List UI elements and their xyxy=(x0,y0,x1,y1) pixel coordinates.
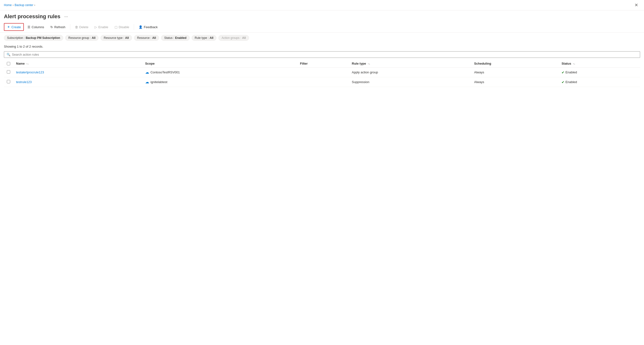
refresh-button[interactable]: ↻ Refresh xyxy=(48,24,68,30)
filter-resource-type[interactable]: Resource type : All xyxy=(100,35,132,41)
filter-resource-type-label: Resource type : xyxy=(104,36,124,40)
filter-resource-label: Resource : xyxy=(137,36,151,40)
breadcrumb-backup-center[interactable]: Backup center xyxy=(14,3,33,7)
refresh-label: Refresh xyxy=(54,25,66,29)
enable-button[interactable]: ▷ Enable xyxy=(92,24,111,30)
breadcrumb: Home › Backup center › xyxy=(4,3,35,7)
toolbar-divider-1 xyxy=(70,24,70,30)
header-scheduling-label: Scheduling xyxy=(474,62,491,65)
search-input[interactable] xyxy=(12,53,638,56)
delete-button[interactable]: 🗑 Delete xyxy=(72,24,91,30)
plus-icon: ＋ xyxy=(7,25,10,29)
row-checkbox-1[interactable] xyxy=(7,80,10,83)
scope-value-0: ContosoTestRSV001 xyxy=(150,70,180,74)
filter-rule-type[interactable]: Rule type : All xyxy=(192,35,217,41)
scheduling-value-1: Always xyxy=(471,77,559,87)
filter-value-0 xyxy=(297,67,349,77)
header-name-label: Name xyxy=(16,62,24,65)
scope-value-1: ignitelabtest xyxy=(150,80,167,84)
status-text-1: Enabled xyxy=(566,80,577,84)
table-row: testalertprocrule123☁ContosoTestRSV001Ap… xyxy=(4,67,640,77)
header-scope: Scope xyxy=(142,60,297,67)
delete-icon: 🗑 xyxy=(75,25,78,29)
columns-label: Columns xyxy=(32,25,44,29)
enable-icon: ▷ xyxy=(94,25,97,29)
header-scheduling: Scheduling xyxy=(471,60,559,67)
rule-name-link-0[interactable]: testalertprocrule123 xyxy=(16,70,44,74)
top-bar: Home › Backup center › ✕ xyxy=(0,0,644,10)
filter-subscription-label: Subscription : xyxy=(7,36,25,40)
records-count: Showing 1 to 2 of 2 records. xyxy=(4,45,43,48)
close-button[interactable]: ✕ xyxy=(632,1,640,9)
toolbar: ＋ Create ☰ Columns ↻ Refresh 🗑 Delete ▷ … xyxy=(0,22,644,32)
filter-resource[interactable]: Resource : All xyxy=(134,35,159,41)
filter-resource-group-label: Resource group : xyxy=(68,36,91,40)
breadcrumb-home[interactable]: Home xyxy=(4,3,12,7)
status-dot-0: ✔ xyxy=(562,70,564,74)
header-checkbox-cell xyxy=(4,60,13,67)
more-options-button[interactable]: ··· xyxy=(63,13,69,20)
filter-rule-type-label: Rule type : xyxy=(195,36,209,40)
table-header-row: Name ↑↓ Scope Filter Rule type ↑↓ Schedu… xyxy=(4,60,640,67)
scheduling-value-0: Always xyxy=(471,67,559,77)
filter-resource-group-value: All xyxy=(92,36,95,40)
filters-bar: Subscription : Backup PM Subscription Re… xyxy=(0,32,644,43)
filter-resource-group[interactable]: Resource group : All xyxy=(65,35,98,41)
feedback-label: Feedback xyxy=(144,25,158,29)
select-all-checkbox[interactable] xyxy=(7,62,10,65)
header-rule-type[interactable]: Rule type ↑↓ xyxy=(349,60,471,67)
filter-action-groups-label: Action groups : xyxy=(222,36,241,40)
header-status-label: Status xyxy=(562,62,571,65)
breadcrumb-sep-2: › xyxy=(34,3,35,7)
row-checkbox-0[interactable] xyxy=(7,70,10,74)
filter-rule-type-value: All xyxy=(210,36,213,40)
search-icon: 🔍 xyxy=(6,53,10,56)
filter-resource-type-value: All xyxy=(125,36,129,40)
filter-status[interactable]: Status : Enabled xyxy=(161,35,190,41)
rule-type-value-0: Apply action group xyxy=(349,67,471,77)
filter-subscription[interactable]: Subscription : Backup PM Subscription xyxy=(4,35,63,41)
status-dot-1: ✔ xyxy=(562,80,564,84)
feedback-button[interactable]: 👤 Feedback xyxy=(136,24,160,30)
disable-label: Disable xyxy=(119,25,129,29)
name-sort-icon: ↑↓ xyxy=(26,62,29,65)
header-filter: Filter xyxy=(297,60,349,67)
feedback-icon: 👤 xyxy=(139,25,142,29)
columns-icon: ☰ xyxy=(28,25,30,29)
create-label: Create xyxy=(12,25,21,29)
status-sort-icon: ↑↓ xyxy=(573,62,575,65)
delete-label: Delete xyxy=(79,25,88,29)
refresh-icon: ↻ xyxy=(50,25,53,29)
filter-subscription-value: Backup PM Subscription xyxy=(26,36,60,40)
cloud-icon-0: ☁ xyxy=(145,70,149,75)
search-bar: 🔍 xyxy=(4,51,640,58)
page-title: Alert processing rules xyxy=(4,13,60,20)
disable-icon: ▢ xyxy=(114,25,118,29)
table-container: Name ↑↓ Scope Filter Rule type ↑↓ Schedu… xyxy=(0,60,644,87)
table-row: testrule123☁ignitelabtestSuppressionAlwa… xyxy=(4,77,640,87)
header-scope-label: Scope xyxy=(145,62,155,65)
header-filter-label: Filter xyxy=(300,62,308,65)
header-rule-type-label: Rule type xyxy=(352,62,366,65)
rule-type-value-1: Suppression xyxy=(349,77,471,87)
alert-rules-table: Name ↑↓ Scope Filter Rule type ↑↓ Schedu… xyxy=(4,60,640,87)
header-name[interactable]: Name ↑↓ xyxy=(13,60,142,67)
rule-type-sort-icon: ↑↓ xyxy=(368,62,370,65)
create-button[interactable]: ＋ Create xyxy=(4,23,24,31)
filter-value-1 xyxy=(297,77,349,87)
filter-action-groups[interactable]: Action groups : All xyxy=(218,35,249,41)
filter-status-value: Enabled xyxy=(175,36,186,40)
cloud-icon-1: ☁ xyxy=(145,80,149,84)
columns-button[interactable]: ☰ Columns xyxy=(25,24,47,30)
status-text-0: Enabled xyxy=(566,70,577,74)
disable-button[interactable]: ▢ Disable xyxy=(112,24,132,30)
records-info: Showing 1 to 2 of 2 records. xyxy=(0,43,644,50)
breadcrumb-sep-1: › xyxy=(13,3,14,7)
filter-action-groups-value: All xyxy=(242,36,246,40)
filter-resource-value: All xyxy=(152,36,156,40)
page-header: Alert processing rules ··· xyxy=(0,10,644,22)
filter-status-label: Status : xyxy=(164,36,174,40)
enable-label: Enable xyxy=(98,25,108,29)
header-status[interactable]: Status ↑↓ xyxy=(559,60,640,67)
rule-name-link-1[interactable]: testrule123 xyxy=(16,80,32,84)
